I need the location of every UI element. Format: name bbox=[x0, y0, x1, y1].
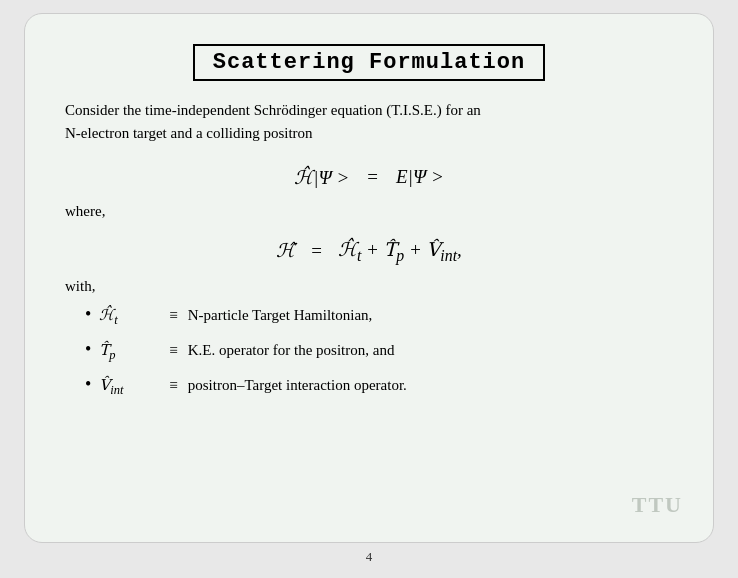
equiv-1: ≡ bbox=[169, 304, 177, 327]
bullet-dot-2: • bbox=[85, 336, 91, 363]
intro-paragraph: Consider the time-independent Schrödinge… bbox=[65, 99, 673, 146]
bullet-list: • ℋ̂t ≡ N-particle Target Hamiltonian, •… bbox=[85, 301, 673, 405]
where-label: where, bbox=[65, 203, 673, 220]
eq2-right: ℋ̂t + T̂p + V̂int, bbox=[338, 238, 462, 265]
bullet-desc-1: N-particle Target Hamiltonian, bbox=[188, 304, 373, 327]
bullet-symbol-1: ℋ̂t bbox=[99, 304, 159, 330]
bullet-dot-3: • bbox=[85, 371, 91, 398]
ttu-watermark: TTU bbox=[632, 492, 683, 518]
bullet-symbol-2: T̂p bbox=[99, 339, 159, 365]
eq1-left: ℋ̂|Ψ > bbox=[294, 166, 349, 189]
eq1-equals: = bbox=[367, 166, 378, 188]
equation-1: ℋ̂|Ψ > = E|Ψ > bbox=[65, 166, 673, 189]
equiv-3: ≡ bbox=[169, 374, 177, 397]
bullet-desc-2: K.E. operator for the positron, and bbox=[188, 339, 395, 362]
with-label: with, bbox=[65, 278, 673, 295]
bullet-symbol-3: V̂int bbox=[99, 374, 159, 400]
equiv-2: ≡ bbox=[169, 339, 177, 362]
title-area: Scattering Formulation bbox=[65, 44, 673, 81]
slide-title: Scattering Formulation bbox=[193, 44, 545, 81]
intro-line1: Consider the time-independent Schrödinge… bbox=[65, 102, 481, 118]
eq2-left: ℋ̂ bbox=[276, 239, 295, 262]
eq2-equals: = bbox=[311, 240, 322, 262]
bullet-item-3: • V̂int ≡ positron–Target interaction op… bbox=[85, 371, 673, 400]
bullet-dot-1: • bbox=[85, 301, 91, 328]
bullet-item-1: • ℋ̂t ≡ N-particle Target Hamiltonian, bbox=[85, 301, 673, 330]
bullet-item-2: • T̂p ≡ K.E. operator for the positron, … bbox=[85, 336, 673, 365]
bullet-desc-3: positron–Target interaction operator. bbox=[188, 374, 407, 397]
page-number: 4 bbox=[366, 549, 373, 565]
intro-line2: N-electron target and a colliding positr… bbox=[65, 125, 313, 141]
slide: Scattering Formulation Consider the time… bbox=[24, 13, 714, 543]
equation-2: ℋ̂ = ℋ̂t + T̂p + V̂int, bbox=[65, 238, 673, 265]
eq1-right: E|Ψ > bbox=[396, 166, 444, 188]
